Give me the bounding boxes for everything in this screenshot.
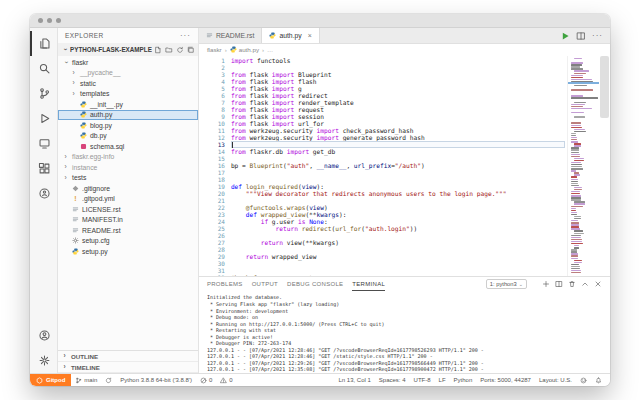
code-line[interactable]: return view(**kwargs) <box>231 239 567 246</box>
terminal-shell-select[interactable]: 1: python3 ⌄ <box>486 279 527 289</box>
activitybar-explorer[interactable] <box>30 31 57 56</box>
code-line[interactable]: bp = Blueprint("auth", __name__, url_pre… <box>231 162 567 169</box>
kill-terminal-button[interactable] <box>568 280 576 288</box>
code-line[interactable]: from flask import render_template <box>231 99 567 106</box>
zoom-window-button[interactable] <box>56 18 61 23</box>
code-line[interactable] <box>231 246 567 253</box>
code-line[interactable] <box>231 155 567 162</box>
code-line[interactable]: from werkzeug.security import check_pass… <box>231 127 567 134</box>
panel-tab-problems[interactable]: PROBLEMS <box>207 277 243 291</box>
new-terminal-button[interactable] <box>542 280 550 288</box>
new-folder-icon[interactable] <box>165 46 173 54</box>
sidebar-section-timeline[interactable]: ›TIMELINE <box>58 362 198 373</box>
code-line[interactable]: from flaskr.db import get_db <box>231 148 567 155</box>
tree-item--gitignore[interactable]: .gitignore <box>58 183 198 194</box>
tab-readme-rst[interactable]: README.rst <box>199 28 263 43</box>
title-bar[interactable] <box>30 14 610 28</box>
code-line[interactable]: @bp.before_app_request <box>231 274 567 276</box>
code-lines[interactable]: import functoolsfrom flask import Bluepr… <box>231 54 567 276</box>
activitybar-remote-explorer[interactable] <box>30 131 57 156</box>
refresh-icon[interactable] <box>176 46 184 54</box>
maximize-panel-button[interactable] <box>581 280 589 288</box>
panel-tab-debug-console[interactable]: DEBUG CONSOLE <box>287 277 343 291</box>
panel-tab-output[interactable]: OUTPUT <box>252 277 278 291</box>
status-python-3-8-8-64-bit-3-8-[interactable]: Python 3.8.8 64-bit ('3.8.8') <box>116 374 196 386</box>
tree-item-tests[interactable]: ›tests <box>58 173 198 184</box>
terminal-output[interactable]: Initialized the database. * Serving Flas… <box>199 291 610 373</box>
sidebar-section-outline[interactable]: ›OUTLINE <box>58 351 198 362</box>
code-line[interactable] <box>231 260 567 267</box>
split-editor-button[interactable] <box>576 31 586 41</box>
status-gitpod[interactable]: Gitpod <box>30 374 71 386</box>
status-utf-8[interactable]: UTF-8 <box>414 377 431 383</box>
tree-item-setup-cfg[interactable]: setup.cfg <box>58 236 198 247</box>
breadcrumb-item[interactable]: … <box>267 46 273 53</box>
code-line[interactable]: from flask import Blueprint <box>231 71 567 78</box>
code-line[interactable]: return redirect(url_for("auth.login")) <box>231 225 567 232</box>
code-line[interactable]: def login_required(view): <box>231 183 567 190</box>
tab-auth-py[interactable]: auth.py× <box>262 28 319 43</box>
breadcrumb-item[interactable]: flaskr <box>207 46 222 53</box>
editor-scrollbar[interactable] <box>599 54 610 276</box>
tree-item-auth-py[interactable]: auth.py <box>58 110 198 121</box>
code-editor[interactable]: 1234567891011121314151617181920212223242… <box>199 54 610 276</box>
activitybar-source-control[interactable] <box>30 81 57 106</box>
tree-item-instance[interactable]: ›instance <box>58 162 198 173</box>
more-actions-icon[interactable]: ··· <box>180 31 191 40</box>
code-line[interactable]: from flask import session <box>231 113 567 120</box>
code-line[interactable] <box>231 232 567 239</box>
collapse-all-icon[interactable] <box>187 46 195 54</box>
more-actions-icon[interactable]: ··· <box>592 31 603 40</box>
tree-item-schema-sql[interactable]: schema.sql <box>58 141 198 152</box>
panel-tab-terminal[interactable]: TERMINAL <box>352 277 385 291</box>
tree-item-license-rst[interactable]: LICENSE.rst <box>58 204 198 215</box>
code-line[interactable]: from flask import url_for <box>231 120 567 127</box>
status-feedback[interactable] <box>580 377 587 384</box>
code-line[interactable] <box>231 64 567 71</box>
code-line[interactable]: from flask import flash <box>231 78 567 85</box>
status-sync[interactable] <box>101 374 116 386</box>
status-0[interactable]: 0 <box>196 374 216 386</box>
tree-item-templates[interactable]: ›templates <box>58 89 198 100</box>
split-terminal-button[interactable] <box>555 280 563 288</box>
code-line[interactable] <box>231 169 567 176</box>
tree-item-db-py[interactable]: db.py <box>58 131 198 142</box>
status-bell[interactable] <box>595 377 602 384</box>
close-window-button[interactable] <box>38 18 43 23</box>
tree-item-blog-py[interactable]: blog.py <box>58 120 198 131</box>
tree-item-manifest-in[interactable]: MANIFEST.in <box>58 215 198 226</box>
code-line[interactable] <box>231 267 567 274</box>
status-layout-u-s-[interactable]: Layout: U.S. <box>539 377 572 383</box>
tree-item--gitpod-yml[interactable]: !.gitpod.yml <box>58 194 198 205</box>
code-line[interactable]: if g.user is None: <box>231 218 567 225</box>
status-lf[interactable]: LF <box>439 377 446 383</box>
scrollbar-thumb[interactable] <box>600 56 609 118</box>
code-line[interactable]: from flask import request <box>231 106 567 113</box>
activitybar-run-and-debug[interactable] <box>30 106 57 131</box>
code-line[interactable]: @functools.wraps(view) <box>231 204 567 211</box>
activitybar-account[interactable] <box>30 323 57 348</box>
code-line[interactable] <box>231 197 567 204</box>
tree-item-readme-rst[interactable]: README.rst <box>58 225 198 236</box>
code-line[interactable] <box>231 141 567 148</box>
tree-item-static[interactable]: ›static <box>58 78 198 89</box>
code-line[interactable]: from werkzeug.security import generate_p… <box>231 134 567 141</box>
minimize-window-button[interactable] <box>47 18 52 23</box>
code-line[interactable]: from flask import g <box>231 85 567 92</box>
activitybar-search[interactable] <box>30 56 57 81</box>
minimap[interactable] <box>567 56 599 276</box>
code-line[interactable]: """View decorator that redirects anonymo… <box>231 190 567 197</box>
tree-item--pycache-[interactable]: ›__pycache__ <box>58 68 198 79</box>
run-button[interactable] <box>560 31 570 41</box>
project-section-header[interactable]: › PYTHON-FLASK-EXAMPLE <box>58 43 198 56</box>
status-spaces-4[interactable]: Spaces: 4 <box>379 377 406 383</box>
close-tab-icon[interactable]: × <box>308 32 312 39</box>
tree-item-flaskr[interactable]: ›flaskr <box>58 57 198 68</box>
code-line[interactable]: import functools <box>231 57 567 64</box>
status-python[interactable]: Python <box>454 377 473 383</box>
code-line[interactable] <box>231 176 567 183</box>
code-line[interactable]: return wrapped_view <box>231 253 567 260</box>
status-0[interactable]: 0 <box>216 374 236 386</box>
new-file-icon[interactable] <box>154 46 162 54</box>
status-ln-13-col-1[interactable]: Ln 13, Col 1 <box>339 377 371 383</box>
